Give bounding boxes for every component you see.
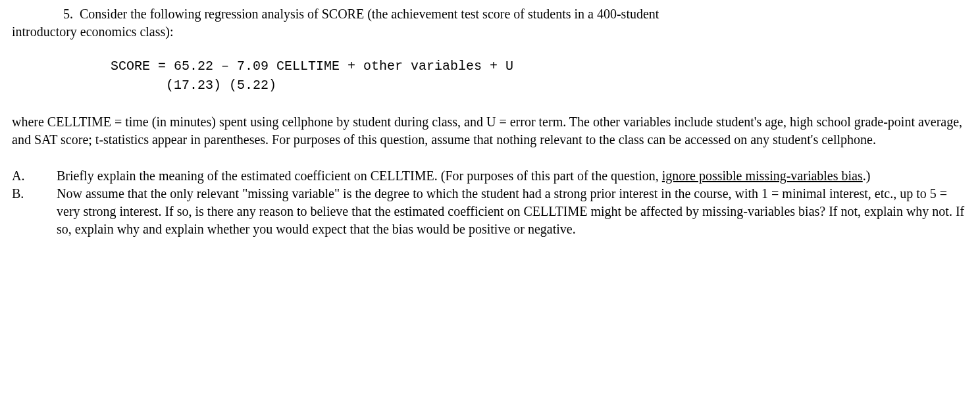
intro-text-line1: Consider the following regression analys… <box>80 7 659 21</box>
question-a-text: Briefly explain the meaning of the estim… <box>57 167 968 185</box>
equation-line1: SCORE = 65.22 – 7.09 CELLTIME + other va… <box>111 59 513 74</box>
description-paragraph: where CELLTIME = time (in minutes) spent… <box>12 113 968 149</box>
regression-equation: SCORE = 65.22 – 7.09 CELLTIME + other va… <box>12 57 968 95</box>
question-number: 5. <box>63 7 73 21</box>
question-a-label: A. <box>12 167 57 185</box>
question-a-part2: .) <box>863 168 871 183</box>
question-b-label: B. <box>12 185 57 238</box>
intro-paragraph: 5. Consider the following regression ana… <box>12 5 968 41</box>
question-a-part1: Briefly explain the meaning of the estim… <box>57 168 662 183</box>
question-b-text: Now assume that the only relevant "missi… <box>57 185 968 238</box>
intro-text-line2: introductory economics class): <box>12 24 174 39</box>
question-a: A. Briefly explain the meaning of the es… <box>12 167 968 185</box>
description-text: where CELLTIME = time (in minutes) spent… <box>12 114 962 147</box>
question-a-underlined: ignore possible missing-variables bias <box>662 168 863 183</box>
question-b: B. Now assume that the only relevant "mi… <box>12 185 968 238</box>
question-list: A. Briefly explain the meaning of the es… <box>12 167 968 238</box>
equation-line2: (17.23) (5.22) <box>111 78 276 93</box>
